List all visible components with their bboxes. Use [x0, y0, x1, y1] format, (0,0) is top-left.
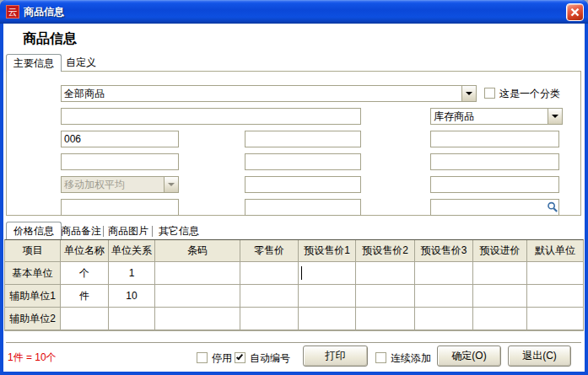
- table-cell[interactable]: [473, 308, 527, 330]
- tab-remarks[interactable]: 商品备注: [57, 224, 105, 238]
- tab-custom[interactable]: 自定义: [59, 54, 103, 72]
- cost-method-value: 移动加权平均: [62, 177, 164, 192]
- page-title: 商品信息: [23, 30, 77, 48]
- model-input[interactable]: [245, 153, 361, 170]
- titlebar[interactable]: 云 商品信息: [0, 0, 588, 24]
- product-info-window: 云 商品信息 商品信息 主要信息 自定义 所属分类 全部商品 这是一个分类 商品…: [0, 0, 588, 375]
- category-value: 全部商品: [62, 86, 461, 101]
- table-cell[interactable]: [415, 285, 473, 308]
- stop-use-label: 停用: [212, 352, 232, 364]
- property-value: 库存商品: [431, 109, 548, 124]
- column-header: 预设售价2: [356, 240, 415, 262]
- chevron-down-icon[interactable]: [461, 86, 476, 101]
- stop-use-checkbox[interactable]: [197, 352, 208, 363]
- table-cell[interactable]: 1: [109, 262, 155, 285]
- text-caret: [301, 266, 302, 280]
- category-combo[interactable]: 全部商品: [61, 85, 477, 102]
- search-icon[interactable]: [547, 201, 558, 216]
- exit-button[interactable]: 退出(C): [508, 346, 571, 367]
- tab-images[interactable]: 商品图片: [105, 224, 152, 238]
- table-cell[interactable]: [109, 308, 155, 330]
- near-expiry-input[interactable]: [430, 176, 559, 193]
- table-cell[interactable]: [473, 285, 527, 308]
- table-cell[interactable]: [240, 262, 299, 285]
- column-header: 项目: [5, 240, 61, 262]
- print-button[interactable]: 打印: [303, 346, 368, 367]
- column-header: 单位名称: [61, 240, 109, 262]
- column-header: 默认单位: [527, 240, 583, 262]
- row-header-base-unit: 基本单位: [5, 262, 61, 285]
- table-cell[interactable]: [155, 308, 240, 330]
- table-cell[interactable]: [155, 262, 240, 285]
- table-cell[interactable]: [415, 308, 473, 330]
- row-header-aux-unit-2: 辅助单位2: [5, 308, 61, 330]
- auto-number-checkbox[interactable]: [235, 352, 245, 363]
- table-cell[interactable]: 10: [109, 285, 155, 308]
- cost-method-combo: 移动加权平均: [61, 176, 179, 193]
- table-cell[interactable]: [299, 285, 356, 308]
- spec-input[interactable]: [61, 153, 179, 170]
- dialog-content: 商品信息 主要信息 自定义 所属分类 全部商品 这是一个分类 商品全名 商品属性…: [3, 24, 585, 372]
- table-cell[interactable]: [527, 308, 583, 330]
- column-header: 预设售价1: [299, 240, 356, 262]
- table-cell[interactable]: [415, 262, 473, 285]
- tab-price-info[interactable]: 价格信息: [6, 222, 62, 239]
- table-cell[interactable]: [240, 308, 299, 330]
- short-name-input[interactable]: [245, 131, 361, 147]
- table-cell[interactable]: [356, 285, 415, 308]
- table-cell[interactable]: [61, 308, 109, 330]
- app-icon: 云: [6, 5, 19, 19]
- column-header: 预设售价3: [415, 240, 473, 262]
- stock-upper-input[interactable]: [61, 199, 179, 216]
- unit-price-table: 项目 单位名称 单位关系 条码 零售价 预设售价1 预设售价2 预设售价3 预设…: [4, 239, 584, 331]
- table-cell[interactable]: [299, 308, 356, 330]
- origin-input[interactable]: [430, 153, 559, 170]
- code-input[interactable]: [61, 131, 179, 147]
- tab-other-info[interactable]: 其它信息: [155, 224, 202, 238]
- table-cell[interactable]: [527, 262, 583, 285]
- continuous-add-label: 连续添加: [391, 352, 431, 364]
- footer-divider: [6, 342, 581, 344]
- chevron-down-icon[interactable]: [548, 109, 562, 124]
- is-category-label: 这是一个分类: [499, 88, 560, 99]
- table-cell[interactable]: 件: [61, 285, 109, 308]
- continuous-add-checkbox[interactable]: [375, 352, 386, 363]
- table-cell[interactable]: [240, 285, 299, 308]
- column-header: 预设进价: [473, 240, 527, 262]
- full-name-input[interactable]: [61, 108, 361, 125]
- table-cell[interactable]: [356, 308, 415, 330]
- table-cell[interactable]: 个: [61, 262, 109, 285]
- auto-number-label: 自动编号: [250, 352, 290, 364]
- close-icon: [570, 8, 580, 17]
- table-cell[interactable]: [356, 262, 415, 285]
- table-cell[interactable]: [473, 262, 527, 285]
- window-title: 商品信息: [24, 0, 64, 24]
- table-cell[interactable]: [527, 285, 583, 308]
- is-category-checkbox[interactable]: [484, 88, 495, 99]
- pinyin-input[interactable]: [430, 131, 559, 147]
- valid-days-input[interactable]: [245, 176, 361, 193]
- stock-lower-input[interactable]: [245, 199, 361, 216]
- row-header-aux-unit-1: 辅助单位1: [5, 285, 61, 308]
- ok-button[interactable]: 确定(O): [437, 346, 501, 367]
- chevron-down-icon: [164, 177, 178, 192]
- column-header: 单位关系: [109, 240, 155, 262]
- table-cell[interactable]: [155, 285, 240, 308]
- commission-plan-input[interactable]: [430, 199, 559, 216]
- tab-main-info[interactable]: 主要信息: [6, 54, 62, 72]
- column-header: 条码: [155, 240, 240, 262]
- column-header: 零售价: [240, 240, 299, 262]
- property-combo[interactable]: 库存商品: [430, 108, 563, 125]
- table-cell-editing[interactable]: [299, 262, 356, 285]
- unit-relation-note: 1件 = 10个: [8, 351, 57, 365]
- close-button[interactable]: [566, 3, 584, 21]
